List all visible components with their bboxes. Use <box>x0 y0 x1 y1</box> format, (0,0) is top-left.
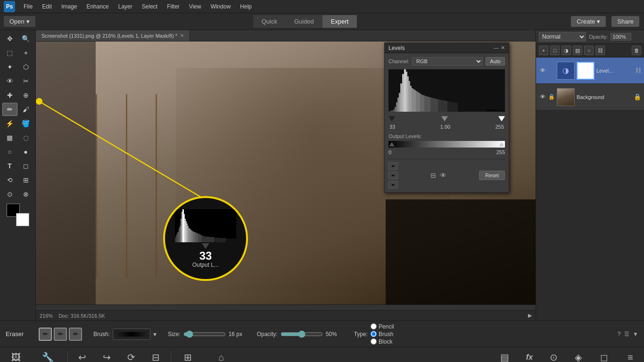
tab-expert[interactable]: Expert <box>322 15 357 28</box>
brush-preview[interactable] <box>113 329 150 340</box>
redo-button[interactable]: ↪ Redo <box>95 350 119 362</box>
dodge-tool[interactable]: ○ <box>2 145 17 158</box>
delete-layer-button[interactable]: 🗑 <box>632 46 641 55</box>
levels-auto-button[interactable]: Auto <box>486 57 505 66</box>
layer1-visibility-icon[interactable]: 👁 <box>539 67 546 74</box>
heal-tool[interactable]: ✚ <box>2 89 17 102</box>
size-slider[interactable] <box>183 330 226 338</box>
tool-options-button[interactable]: 🔧 Tool Options <box>31 350 65 362</box>
levels-reset-button[interactable]: Reset <box>479 171 505 180</box>
output-black-slider[interactable] <box>389 142 395 147</box>
menu-window[interactable]: Window <box>207 2 235 11</box>
home-screen-button[interactable]: ⌂ Home Screen <box>203 350 239 362</box>
layer-item-levels[interactable]: 👁 ◑ Level... ⛓ <box>536 58 644 84</box>
adjustment-button[interactable]: ◑ <box>561 46 571 55</box>
midtone-slider[interactable] <box>441 116 448 122</box>
new-layer-button[interactable]: + <box>539 46 548 55</box>
organizer-button[interactable]: ⊞ Organizer <box>174 350 202 362</box>
smart-brush-tool[interactable]: ⚡ <box>2 117 17 130</box>
sponge-tool[interactable]: ● <box>18 145 33 158</box>
gray-eyedropper[interactable]: ✒ <box>388 172 398 179</box>
brush-tool[interactable]: 🖌 <box>18 103 33 116</box>
link-layers-button[interactable]: ⛓ <box>595 46 605 55</box>
menu-enhance[interactable]: Enhance <box>83 2 112 11</box>
pencil-radio[interactable] <box>371 323 377 329</box>
opacity-input[interactable] <box>611 33 631 41</box>
more-button[interactable]: ≡ More <box>619 350 642 362</box>
eraser-mode3-button[interactable]: ✏ <box>69 328 82 341</box>
new-group-button[interactable]: □ <box>550 46 560 55</box>
type-block[interactable]: Block <box>371 338 394 345</box>
menu-help[interactable]: Help <box>236 2 256 11</box>
horizontal-scrollbar[interactable] <box>36 304 536 310</box>
crop-tool[interactable]: ✂ <box>18 74 33 88</box>
tab-guided[interactable]: Guided <box>286 15 322 28</box>
text-tool[interactable]: T <box>2 159 17 173</box>
black-eyedropper[interactable]: ✒ <box>388 162 398 170</box>
eraser-tool[interactable]: ✏ <box>2 103 17 116</box>
black-point-slider[interactable] <box>388 116 395 122</box>
menu-filter[interactable]: Filter <box>163 2 183 11</box>
styles-button[interactable]: ◈ Styles <box>567 350 590 362</box>
effects-button[interactable]: fx Effects <box>518 351 541 362</box>
undo-button[interactable]: ↩ Undo <box>71 350 94 362</box>
transform-tool[interactable]: ⟲ <box>2 173 17 187</box>
extra-tool1[interactable]: ⊙ <box>2 188 17 201</box>
blend-mode-select[interactable]: Normal Dissolve Multiply Screen Overlay <box>539 32 586 41</box>
options-menu-icon[interactable]: ☰ <box>624 331 629 337</box>
type-pencil[interactable]: Pencil <box>371 323 394 330</box>
layer2-visibility-icon[interactable]: 👁 <box>539 93 546 101</box>
filters-button[interactable]: ⊙ Filters <box>542 350 566 362</box>
brush-radio[interactable] <box>371 331 377 337</box>
layout-button[interactable]: ⊟ Layout <box>144 350 168 362</box>
levels-minimize[interactable]: — <box>494 45 499 51</box>
quick-select-tool[interactable]: ⬡ <box>18 60 33 74</box>
layer-mask-button[interactable]: ○ <box>584 46 594 55</box>
block-radio[interactable] <box>371 338 377 345</box>
levels-panel-icon2[interactable]: 👁 <box>440 172 446 179</box>
open-button[interactable]: Open ▾ <box>4 16 35 27</box>
blur-tool[interactable]: ◌ <box>18 131 33 144</box>
opacity-slider[interactable] <box>281 330 323 338</box>
rotate-button[interactable]: ⟳ Rotate <box>120 350 143 362</box>
canvas-tab-close[interactable]: ✕ <box>180 33 184 38</box>
help-icon[interactable]: ? <box>618 331 621 337</box>
white-eyedropper[interactable]: ✒ <box>388 181 398 189</box>
channel-select[interactable]: RGB Red Green Blue <box>412 57 483 66</box>
share-button[interactable]: Share <box>611 16 639 27</box>
color-swatches[interactable] <box>7 204 29 226</box>
eraser-mode2-button[interactable]: ✏ <box>54 328 67 341</box>
collapse-icon[interactable]: ▼ <box>633 331 638 337</box>
create-button[interactable]: Create ▾ <box>571 16 606 27</box>
menu-view[interactable]: View <box>185 2 205 11</box>
gradient-tool[interactable]: ▦ <box>2 131 17 144</box>
graphics-button[interactable]: ◻ Graphics <box>591 350 618 362</box>
layers-button[interactable]: ▤ Layers <box>493 350 517 362</box>
marquee-tool[interactable]: ⬚ <box>2 46 17 59</box>
move-tool[interactable]: ✥ <box>2 32 17 45</box>
eye-dropper-tool[interactable]: 👁 <box>2 74 17 88</box>
lasso-tool[interactable]: ⌖ <box>18 46 33 59</box>
menu-edit[interactable]: Edit <box>38 2 56 11</box>
clone-tool[interactable]: ⊕ <box>18 89 33 102</box>
extra-tool2[interactable]: ⊗ <box>18 188 33 201</box>
levels-panel-icon1[interactable]: ⊟ <box>430 172 436 179</box>
output-white-slider[interactable] <box>499 142 504 147</box>
paint-bucket-tool[interactable]: 🪣 <box>18 117 33 130</box>
type-brush[interactable]: Brush <box>371 331 394 337</box>
menu-layer[interactable]: Layer <box>115 2 136 11</box>
layer-item-background[interactable]: 👁 🔒 Background 🔒 <box>536 84 644 110</box>
brush-dropdown-icon[interactable]: ▾ <box>153 330 157 338</box>
white-point-slider[interactable] <box>498 116 505 122</box>
menu-file[interactable]: File <box>20 2 36 11</box>
menu-select[interactable]: Select <box>138 2 161 11</box>
magic-wand-tool[interactable]: ✦ <box>2 60 17 74</box>
shape-tool[interactable]: ◻ <box>18 159 33 173</box>
levels-close[interactable]: ✕ <box>501 45 505 51</box>
eraser-mode1-button[interactable]: ✏ <box>39 328 52 341</box>
levels-input-sliders[interactable] <box>388 115 505 123</box>
arrange-tool[interactable]: ⊞ <box>18 173 33 187</box>
zoom-tool[interactable]: 🔍 <box>18 32 33 45</box>
background-swatch[interactable] <box>16 213 29 226</box>
tab-quick[interactable]: Quick <box>253 15 286 28</box>
